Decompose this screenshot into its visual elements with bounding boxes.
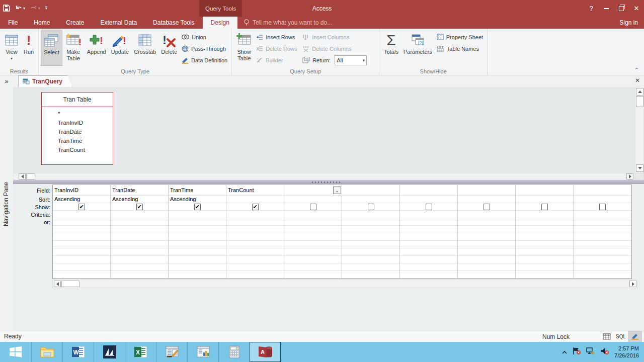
- empty-cell[interactable]: [342, 271, 399, 279]
- empty-cell[interactable]: [169, 226, 226, 233]
- field-item-trandate[interactable]: TranDate: [58, 127, 113, 136]
- empty-cell[interactable]: [400, 256, 457, 263]
- field-cell[interactable]: [400, 185, 457, 196]
- field-cell[interactable]: [458, 185, 515, 196]
- empty-cell[interactable]: [516, 233, 573, 241]
- tab-database-tools[interactable]: Database Tools: [145, 17, 203, 29]
- sort-cell[interactable]: Ascending: [169, 196, 226, 203]
- empty-cell[interactable]: [574, 256, 631, 263]
- show-cell[interactable]: ✔: [226, 203, 284, 211]
- empty-cell[interactable]: [53, 263, 110, 271]
- document-tab-tranquery[interactable]: TranQuery: [18, 75, 72, 87]
- sort-cell[interactable]: [400, 196, 457, 203]
- empty-cell[interactable]: [342, 241, 399, 248]
- field-cell[interactable]: TranDate: [111, 185, 168, 196]
- empty-cell[interactable]: [284, 256, 342, 263]
- volume-muted-icon[interactable]: [600, 347, 609, 357]
- calculator-button[interactable]: 0: [218, 342, 250, 362]
- criteria-cell[interactable]: [53, 211, 110, 218]
- or-cell[interactable]: [516, 218, 573, 226]
- file-explorer-button[interactable]: [31, 342, 62, 362]
- customize-qat-button[interactable]: ▾: [45, 6, 47, 10]
- empty-cell[interactable]: [516, 256, 573, 263]
- delete-rows-button[interactable]: Delete Rows: [254, 43, 300, 54]
- field-cell[interactable]: TranCount: [226, 185, 284, 196]
- save-icon[interactable]: [3, 5, 10, 12]
- property-sheet-button[interactable]: Property Sheet: [435, 31, 485, 43]
- redo-button[interactable]: ▾: [30, 5, 40, 11]
- criteria-cell[interactable]: [458, 211, 515, 218]
- empty-cell[interactable]: [574, 263, 631, 271]
- field-cell[interactable]: [574, 185, 631, 196]
- empty-cell[interactable]: [284, 248, 342, 256]
- table-names-button[interactable]: x y z Table Names: [435, 43, 485, 54]
- empty-cell[interactable]: [342, 263, 399, 271]
- splitter-grip[interactable]: [312, 182, 340, 183]
- empty-cell[interactable]: [111, 226, 168, 233]
- criteria-cell[interactable]: [169, 211, 226, 218]
- empty-cell[interactable]: [169, 263, 226, 271]
- show-checkbox[interactable]: ✔: [252, 204, 259, 210]
- show-cell[interactable]: ✔: [111, 203, 168, 211]
- or-cell[interactable]: [226, 218, 284, 226]
- show-cell[interactable]: [458, 203, 515, 211]
- field-cell[interactable]: [342, 185, 399, 196]
- empty-cell[interactable]: [574, 233, 631, 241]
- clock[interactable]: 2:57 PM 7/26/2016: [614, 345, 639, 359]
- field-item-trantime[interactable]: TranTime: [58, 136, 113, 145]
- or-cell[interactable]: [458, 218, 515, 226]
- show-checkbox[interactable]: ✔: [136, 204, 143, 210]
- empty-cell[interactable]: [516, 241, 573, 248]
- restore-button[interactable]: [614, 0, 629, 17]
- query-designer-app-button[interactable]: [156, 342, 187, 362]
- empty-cell[interactable]: [574, 248, 631, 256]
- tab-external-data[interactable]: External Data: [92, 17, 145, 29]
- empty-cell[interactable]: [458, 233, 515, 241]
- empty-cell[interactable]: [111, 263, 168, 271]
- diagram-horizontal-scrollbar[interactable]: [13, 173, 635, 180]
- empty-cell[interactable]: [400, 271, 457, 279]
- criteria-cell[interactable]: [111, 211, 168, 218]
- empty-cell[interactable]: [458, 226, 515, 233]
- empty-cell[interactable]: [574, 226, 631, 233]
- or-cell[interactable]: [342, 218, 399, 226]
- empty-cell[interactable]: [169, 248, 226, 256]
- empty-cell[interactable]: [53, 226, 110, 233]
- criteria-cell[interactable]: [400, 211, 457, 218]
- action-center-icon[interactable]: [572, 347, 581, 357]
- or-cell[interactable]: [574, 218, 631, 226]
- empty-cell[interactable]: [284, 271, 342, 279]
- empty-cell[interactable]: [284, 263, 342, 271]
- datasheet-view-button[interactable]: [600, 331, 614, 342]
- excel-button[interactable]: X: [125, 342, 156, 362]
- show-checkbox[interactable]: [310, 204, 316, 210]
- empty-cell[interactable]: [342, 248, 399, 256]
- field-cell[interactable]: TranTime: [169, 185, 226, 196]
- show-table-button[interactable]: Show Table: [234, 30, 254, 66]
- pane-splitter[interactable]: [13, 180, 644, 184]
- empty-cell[interactable]: [53, 241, 110, 248]
- show-checkbox[interactable]: [426, 204, 432, 210]
- show-checkbox[interactable]: [541, 204, 548, 210]
- empty-cell[interactable]: [169, 271, 226, 279]
- union-button[interactable]: Union: [180, 31, 229, 43]
- empty-cell[interactable]: [400, 226, 457, 233]
- empty-cell[interactable]: [111, 256, 168, 263]
- empty-cell[interactable]: [226, 256, 284, 263]
- empty-cell[interactable]: [400, 248, 457, 256]
- show-checkbox[interactable]: ✔: [78, 204, 85, 210]
- sort-cell[interactable]: [516, 196, 573, 203]
- minimize-button[interactable]: [599, 0, 614, 17]
- show-checkbox[interactable]: [599, 204, 606, 210]
- show-cell[interactable]: ✔: [53, 203, 110, 211]
- pass-through-button[interactable]: Pass-Through: [180, 43, 229, 54]
- show-cell[interactable]: [284, 203, 342, 211]
- tab-create[interactable]: Create: [58, 17, 92, 29]
- design-view-button[interactable]: [628, 331, 642, 342]
- empty-cell[interactable]: [342, 256, 399, 263]
- empty-cell[interactable]: [53, 248, 110, 256]
- empty-cell[interactable]: [169, 256, 226, 263]
- or-cell[interactable]: [169, 218, 226, 226]
- sort-cell[interactable]: [458, 196, 515, 203]
- empty-cell[interactable]: [516, 271, 573, 279]
